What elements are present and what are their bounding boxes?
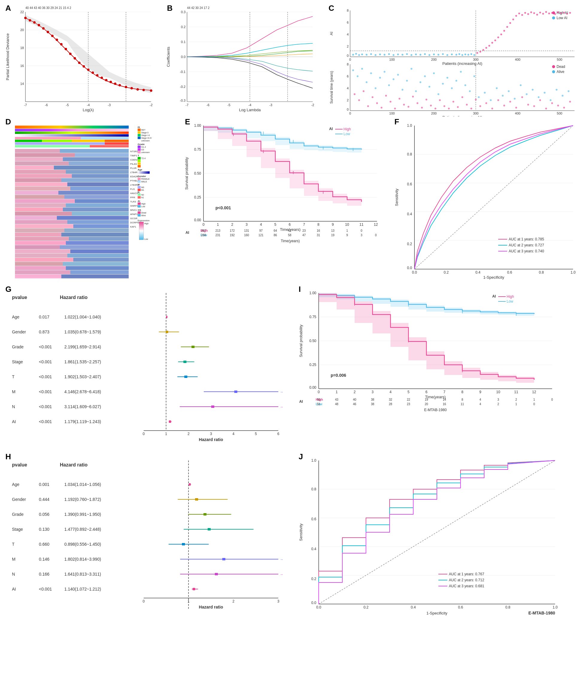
svg-point-118 — [467, 54, 469, 56]
svg-point-108 — [429, 54, 430, 56]
h-row-t-hr: 0.898(0.556~1.450) — [64, 542, 101, 547]
svg-text:1.0: 1.0 — [311, 458, 316, 463]
svg-point-250 — [533, 105, 535, 107]
svg-point-240 — [475, 99, 477, 100]
svg-text:0.0: 0.0 — [407, 266, 412, 270]
svg-point-33 — [83, 65, 85, 68]
svg-point-221 — [390, 101, 392, 103]
svg-text:PLUR: PLUR — [130, 167, 137, 170]
svg-text:28: 28 — [389, 402, 392, 406]
svg-text:14: 14 — [20, 82, 24, 86]
g-row-gender-pv: 0.873 — [39, 330, 49, 334]
svg-point-226 — [412, 96, 414, 97]
svg-text:1.00: 1.00 — [194, 123, 201, 128]
svg-text:23: 23 — [407, 402, 410, 406]
panel-e-pvalue: p<0.001 — [215, 205, 231, 210]
panel-j: J 1.0 0.8 0.6 0.4 0.2 0.0 — [296, 452, 588, 622]
svg-rect-268 — [105, 142, 129, 145]
svg-rect-284 — [15, 174, 72, 178]
panel-j-auc3: AUC at 3 years: 0.681 — [449, 584, 484, 588]
panel-c-yaxis-top: AI — [329, 32, 334, 35]
svg-point-169 — [352, 69, 354, 71]
svg-text:160: 160 — [244, 234, 249, 237]
panel-b-svg: 44 42 30 24 17 2 0.3 0.2 0.1 0.0 -0.1 -0… — [164, 3, 326, 117]
panel-i-yaxis: Survival probability — [299, 324, 303, 357]
svg-text:0.6: 0.6 — [407, 182, 412, 186]
svg-rect-496 — [183, 361, 186, 363]
g-row-grade-var: Grade — [12, 344, 24, 349]
h-row-n-pv: 0.166 — [39, 572, 49, 577]
svg-point-150 — [563, 12, 565, 13]
svg-point-185 — [424, 75, 426, 77]
svg-text:300: 300 — [473, 112, 479, 115]
panel-f-auc1: AUC at 1 years: 0.785 — [509, 237, 544, 241]
svg-rect-270 — [90, 145, 129, 147]
panel-c-xaxis-top: Patients (increasing AI) — [442, 61, 482, 66]
svg-rect-311 — [64, 228, 129, 232]
svg-text:0.4: 0.4 — [411, 605, 416, 609]
g-row-age-hr: 1.022(1.004~1.040) — [64, 315, 101, 319]
svg-rect-356 — [138, 134, 141, 136]
svg-point-232 — [439, 99, 441, 101]
svg-text:97: 97 — [259, 229, 263, 232]
svg-point-224 — [403, 104, 405, 106]
svg-point-106 — [420, 54, 421, 56]
svg-rect-354 — [138, 129, 141, 131]
svg-rect-276 — [15, 157, 63, 161]
g-row-m-pv: <0.001 — [39, 389, 52, 394]
svg-point-140 — [533, 12, 535, 14]
h-row-t-var: T — [12, 542, 15, 547]
svg-rect-500 — [234, 391, 237, 393]
svg-text:1: 1 — [515, 402, 517, 406]
h-row-grade-hr: 1.390(0.991~1.950) — [64, 512, 101, 517]
panel-c-label: C — [329, 4, 334, 13]
h-row-age-var: Age — [12, 482, 19, 487]
svg-rect-400 — [138, 214, 141, 216]
legend-alive: Alive — [557, 70, 564, 74]
panel-i-legend-title: AI — [492, 294, 496, 298]
g-row-age-pv: 0.017 — [39, 315, 49, 319]
svg-text:-6: -6 — [206, 103, 209, 107]
svg-point-115 — [459, 53, 460, 55]
svg-point-41 — [118, 84, 121, 86]
svg-rect-283 — [66, 170, 129, 174]
svg-text:0.0: 0.0 — [316, 605, 322, 609]
svg-text:Low: Low — [141, 205, 145, 208]
svg-point-39 — [109, 81, 112, 83]
svg-point-119 — [470, 53, 472, 55]
svg-point-233 — [444, 105, 445, 107]
svg-rect-506 — [169, 420, 171, 423]
svg-text:Low: Low — [144, 238, 148, 240]
svg-point-247 — [515, 107, 517, 109]
svg-rect-305 — [57, 216, 129, 220]
svg-point-101 — [397, 54, 399, 55]
g-row-n-var: N — [12, 404, 15, 409]
svg-text:MALE: MALE — [141, 181, 147, 183]
panel-h-xaxis: Hazard ratio — [199, 605, 223, 609]
svg-text:20: 20 — [425, 402, 428, 406]
svg-text:0.1: 0.1 — [181, 40, 185, 44]
svg-text:8: 8 — [461, 398, 463, 401]
svg-text:1: 1 — [217, 222, 219, 227]
svg-rect-321 — [70, 249, 129, 253]
svg-text:3: 3 — [372, 390, 374, 394]
svg-text:2: 2 — [232, 599, 234, 603]
svg-point-208 — [544, 92, 546, 94]
svg-text:8: 8 — [347, 9, 349, 12]
svg-point-21 — [29, 19, 31, 22]
svg-text:6: 6 — [347, 74, 349, 78]
svg-text:4: 4 — [232, 432, 234, 436]
svg-point-137 — [524, 12, 526, 14]
svg-point-94 — [366, 54, 368, 56]
svg-point-20 — [24, 17, 27, 19]
svg-rect-290 — [15, 187, 70, 190]
svg-text:-7: -7 — [24, 103, 27, 107]
svg-rect-578 — [195, 498, 198, 501]
svg-text:100: 100 — [389, 112, 395, 115]
svg-text:unknown: unknown — [141, 151, 150, 153]
svg-rect-490 — [166, 316, 167, 318]
svg-rect-301 — [63, 208, 129, 211]
svg-text:0.8: 0.8 — [505, 605, 511, 609]
svg-rect-580 — [203, 513, 206, 516]
svg-text:86: 86 — [273, 234, 277, 237]
